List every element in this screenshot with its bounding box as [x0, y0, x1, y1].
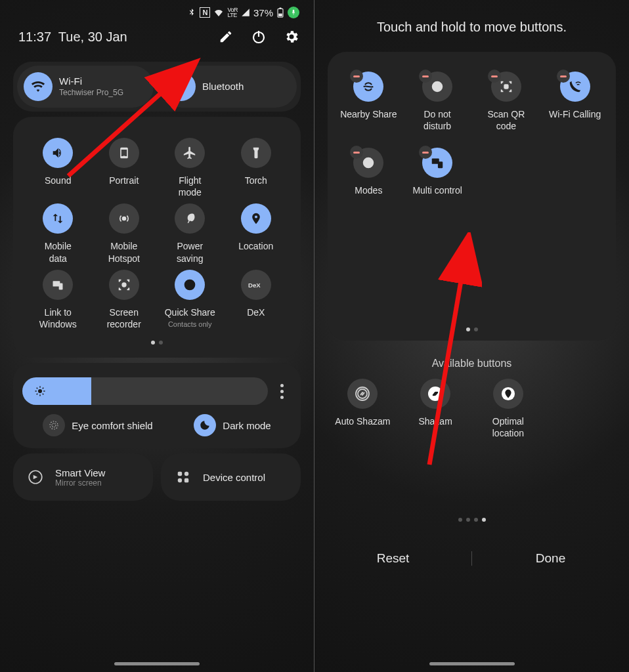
qs-tile[interactable]: Sound — [26, 138, 90, 198]
edit-page-indicator — [466, 327, 478, 331]
settings-button[interactable] — [284, 29, 299, 45]
signal-status-icon — [241, 9, 250, 16]
tile-label: Portrait — [109, 175, 139, 198]
eye-comfort-toggle[interactable]: Eye comfort shield — [43, 414, 152, 436]
tile-label: Auto Shazam — [335, 415, 390, 427]
edit-button[interactable] — [218, 29, 234, 45]
dark-mode-toggle[interactable]: Dark mode — [194, 414, 271, 436]
edit-quick-settings-panel: Touch and hold to move buttons. Nearby S… — [314, 0, 629, 672]
edit-tiles-card: Nearby ShareDo notdisturbScan QRcodeWi-F… — [328, 52, 616, 341]
tile-label: Scan QRcode — [487, 108, 525, 132]
qs-tile[interactable]: Portrait — [93, 138, 156, 198]
mic-indicator-icon — [288, 7, 299, 18]
nav-handle[interactable] — [114, 662, 200, 665]
tile-label: Quick ShareContacts only — [165, 306, 215, 330]
tile-icon — [175, 270, 205, 300]
remove-badge-icon[interactable] — [488, 70, 501, 83]
tile-label: Modes — [355, 184, 382, 208]
tile-icon — [109, 203, 139, 234]
tile-icon — [175, 138, 205, 168]
svg-point-35 — [358, 389, 367, 398]
reset-button[interactable]: Reset — [314, 542, 471, 575]
wifi-icon — [24, 72, 53, 101]
nav-handle[interactable] — [429, 662, 515, 665]
qs-tile[interactable]: Quick ShareContacts only — [158, 270, 222, 330]
status-bar: N VoRLTE 37% — [0, 0, 314, 21]
brightness-card: Eye comfort shield Dark mode — [13, 363, 301, 448]
qs-tile[interactable]: Link toWindows — [26, 270, 90, 330]
svg-line-18 — [37, 394, 38, 395]
svg-line-19 — [43, 388, 44, 389]
tile-icon — [43, 270, 73, 300]
tile-label: Powersaving — [177, 240, 203, 264]
svg-rect-25 — [178, 478, 182, 482]
brightness-menu-button[interactable] — [272, 384, 292, 399]
brightness-slider[interactable] — [22, 377, 268, 405]
tile-icon — [493, 379, 523, 409]
tile-icon — [347, 379, 378, 409]
svg-text:DeX: DeX — [248, 282, 261, 289]
smart-view-button[interactable]: Smart ViewMirror screen — [13, 453, 153, 501]
remove-badge-icon[interactable] — [557, 70, 570, 83]
qs-tile[interactable]: Screenrecorder — [93, 270, 156, 330]
svg-rect-7 — [59, 283, 63, 289]
device-control-button[interactable]: Device control — [161, 453, 301, 501]
qs-tile[interactable]: MobileHotspot — [93, 203, 156, 264]
svg-rect-26 — [184, 478, 188, 482]
volte-status-icon: VoRLTE — [227, 7, 238, 18]
svg-rect-5 — [123, 156, 125, 157]
svg-rect-30 — [504, 85, 508, 89]
tile-icon — [241, 203, 271, 234]
tile-label: Mobiledata — [45, 240, 72, 264]
tile-label: Do notdisturb — [423, 108, 451, 132]
qs-header: 11:37 Tue, 30 Jan — [0, 21, 314, 56]
qs-tile[interactable]: Mobiledata — [26, 203, 90, 264]
qs-tile[interactable]: Powersaving — [158, 203, 222, 264]
quick-settings-panel: N VoRLTE 37% 11:37 Tue, 30 Jan — [0, 0, 314, 672]
avail-page-indicator — [314, 518, 629, 522]
edit-tile[interactable]: Modes — [336, 148, 402, 208]
remove-badge-icon[interactable] — [419, 70, 432, 83]
qs-tile[interactable]: Torch — [225, 138, 288, 198]
tile-label: Sound — [45, 175, 71, 198]
svg-rect-1 — [279, 7, 281, 9]
tile-label: Torch — [245, 175, 267, 198]
power-button[interactable] — [251, 29, 267, 45]
available-tile[interactable]: Auto Shazam — [328, 379, 398, 439]
tile-label: MobileHotspot — [108, 240, 140, 264]
edit-tile[interactable]: Multi control — [404, 148, 471, 208]
wifi-toggle[interactable]: Wi-FiTechwiser Pro_5G — [17, 66, 154, 108]
tile-label: Wi-Fi Calling — [549, 108, 601, 132]
bluetooth-icon — [167, 72, 196, 101]
edit-tile[interactable]: Do notdisturb — [404, 72, 471, 132]
tile-icon — [175, 203, 205, 234]
svg-line-17 — [43, 394, 44, 395]
tiles-card: SoundPortraitFlightmodeTorchMobiledataMo… — [13, 117, 301, 358]
edit-tile[interactable]: Nearby Share — [336, 72, 402, 132]
svg-point-8 — [122, 283, 126, 287]
bluetooth-toggle[interactable]: Bluetooth — [160, 66, 297, 108]
svg-point-20 — [52, 423, 56, 427]
svg-point-21 — [50, 421, 58, 429]
available-tile[interactable]: Optimallocation — [473, 379, 544, 439]
qs-tile[interactable]: Flightmode — [158, 138, 222, 198]
tile-label: Flightmode — [179, 175, 202, 198]
time-date: 11:37 Tue, 30 Jan — [18, 30, 127, 45]
available-label: Available buttons — [314, 345, 629, 379]
edit-tile[interactable]: Scan QRcode — [473, 72, 540, 132]
tile-label: Shazam — [418, 415, 452, 427]
qs-tile[interactable]: DeXDeX — [225, 270, 288, 330]
bluetooth-status-icon — [187, 8, 196, 17]
svg-line-16 — [37, 388, 38, 389]
battery-text: 37% — [253, 7, 273, 18]
tile-icon — [241, 138, 271, 168]
done-button[interactable]: Done — [472, 542, 629, 575]
svg-point-11 — [38, 389, 42, 393]
svg-rect-23 — [178, 472, 182, 476]
wifi-status-icon — [213, 9, 224, 16]
qs-tile[interactable]: Location — [225, 203, 288, 264]
moon-icon — [194, 414, 216, 436]
edit-tile[interactable]: Wi-Fi Calling — [542, 72, 608, 132]
available-tile[interactable]: Shazam — [401, 379, 471, 439]
tile-icon — [43, 138, 73, 168]
